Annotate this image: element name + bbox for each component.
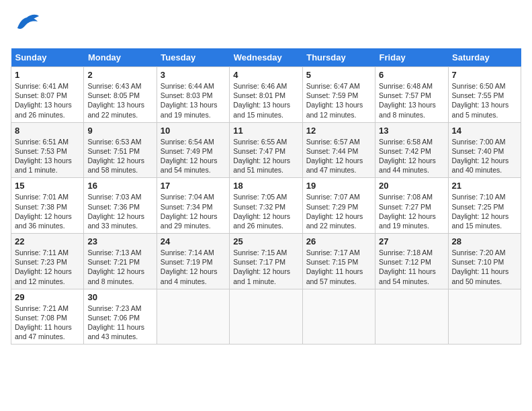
col-header-tuesday: Tuesday xyxy=(157,48,229,67)
day-info: Sunrise: 7:13 AMSunset: 7:21 PMDaylight:… xyxy=(87,248,152,286)
day-info: Sunrise: 7:14 AMSunset: 7:19 PMDaylight:… xyxy=(161,248,226,286)
day-number: 15 xyxy=(15,181,80,191)
logo xyxy=(11,11,43,40)
day-number: 29 xyxy=(15,292,80,302)
day-info: Sunrise: 6:51 AMSunset: 7:53 PMDaylight:… xyxy=(15,137,80,175)
day-cell: 6Sunrise: 6:48 AMSunset: 7:57 PMDaylight… xyxy=(375,67,448,123)
day-number: 13 xyxy=(379,126,444,136)
day-info: Sunrise: 6:58 AMSunset: 7:42 PMDaylight:… xyxy=(379,137,444,175)
day-cell: 8Sunrise: 6:51 AMSunset: 7:53 PMDaylight… xyxy=(11,122,84,178)
day-info: Sunrise: 7:10 AMSunset: 7:25 PMDaylight:… xyxy=(452,192,517,230)
day-number: 23 xyxy=(87,236,152,246)
day-cell: 13Sunrise: 6:58 AMSunset: 7:42 PMDayligh… xyxy=(375,122,448,178)
day-info: Sunrise: 7:03 AMSunset: 7:36 PMDaylight:… xyxy=(87,192,152,230)
day-number: 30 xyxy=(87,292,152,302)
col-header-saturday: Saturday xyxy=(448,48,521,67)
week-row-5: 29Sunrise: 7:21 AMSunset: 7:08 PMDayligh… xyxy=(11,289,521,345)
day-cell: 3Sunrise: 6:44 AMSunset: 8:03 PMDaylight… xyxy=(157,67,229,123)
day-info: Sunrise: 6:53 AMSunset: 7:51 PMDaylight:… xyxy=(87,137,152,175)
day-cell: 27Sunrise: 7:18 AMSunset: 7:12 PMDayligh… xyxy=(375,234,448,289)
day-info: Sunrise: 6:50 AMSunset: 7:55 PMDaylight:… xyxy=(452,81,517,120)
day-cell: 24Sunrise: 7:14 AMSunset: 7:19 PMDayligh… xyxy=(157,234,229,289)
day-number: 17 xyxy=(161,181,226,191)
day-cell xyxy=(448,289,521,345)
col-header-thursday: Thursday xyxy=(302,48,375,67)
day-cell: 21Sunrise: 7:10 AMSunset: 7:25 PMDayligh… xyxy=(448,178,521,234)
day-number: 1 xyxy=(15,70,80,80)
day-cell: 23Sunrise: 7:13 AMSunset: 7:21 PMDayligh… xyxy=(84,234,157,289)
day-number: 10 xyxy=(161,126,226,136)
day-cell: 7Sunrise: 6:50 AMSunset: 7:55 PMDaylight… xyxy=(448,67,521,123)
day-number: 24 xyxy=(161,236,226,246)
day-info: Sunrise: 7:15 AMSunset: 7:17 PMDaylight:… xyxy=(233,248,298,286)
day-number: 16 xyxy=(87,181,152,191)
day-number: 9 xyxy=(87,126,152,136)
calendar-table: SundayMondayTuesdayWednesdayThursdayFrid… xyxy=(11,48,521,345)
day-number: 22 xyxy=(15,236,80,246)
day-cell: 10Sunrise: 6:54 AMSunset: 7:49 PMDayligh… xyxy=(157,122,229,178)
day-info: Sunrise: 6:46 AMSunset: 8:01 PMDaylight:… xyxy=(233,81,298,120)
day-info: Sunrise: 7:21 AMSunset: 7:08 PMDaylight:… xyxy=(15,304,80,342)
day-cell: 18Sunrise: 7:05 AMSunset: 7:32 PMDayligh… xyxy=(230,178,302,234)
day-cell: 11Sunrise: 6:55 AMSunset: 7:47 PMDayligh… xyxy=(230,122,302,178)
day-info: Sunrise: 7:07 AMSunset: 7:29 PMDaylight:… xyxy=(306,192,371,230)
day-cell: 16Sunrise: 7:03 AMSunset: 7:36 PMDayligh… xyxy=(84,178,157,234)
day-info: Sunrise: 7:23 AMSunset: 7:06 PMDaylight:… xyxy=(87,304,152,342)
day-cell: 5Sunrise: 6:47 AMSunset: 7:59 PMDaylight… xyxy=(302,67,375,123)
day-number: 27 xyxy=(379,236,444,246)
day-number: 25 xyxy=(233,236,298,246)
day-info: Sunrise: 7:11 AMSunset: 7:23 PMDaylight:… xyxy=(15,248,80,286)
day-number: 26 xyxy=(306,236,371,246)
day-info: Sunrise: 7:20 AMSunset: 7:10 PMDaylight:… xyxy=(452,248,517,286)
day-info: Sunrise: 6:41 AMSunset: 8:07 PMDaylight:… xyxy=(15,81,80,120)
day-info: Sunrise: 6:55 AMSunset: 7:47 PMDaylight:… xyxy=(233,137,298,175)
day-number: 2 xyxy=(87,70,152,80)
day-number: 4 xyxy=(233,70,298,80)
day-cell: 25Sunrise: 7:15 AMSunset: 7:17 PMDayligh… xyxy=(230,234,302,289)
day-cell: 14Sunrise: 7:00 AMSunset: 7:40 PMDayligh… xyxy=(448,122,521,178)
day-number: 7 xyxy=(452,70,517,80)
day-number: 18 xyxy=(233,181,298,191)
day-cell: 2Sunrise: 6:43 AMSunset: 8:05 PMDaylight… xyxy=(84,67,157,123)
day-info: Sunrise: 6:57 AMSunset: 7:44 PMDaylight:… xyxy=(306,137,371,175)
day-info: Sunrise: 7:00 AMSunset: 7:40 PMDaylight:… xyxy=(452,137,517,175)
day-cell xyxy=(302,289,375,345)
day-cell xyxy=(230,289,302,345)
week-row-1: 1Sunrise: 6:41 AMSunset: 8:07 PMDaylight… xyxy=(11,67,521,123)
day-info: Sunrise: 7:17 AMSunset: 7:15 PMDaylight:… xyxy=(306,248,371,286)
day-cell xyxy=(157,289,229,345)
day-number: 12 xyxy=(306,126,371,136)
day-number: 14 xyxy=(452,126,517,136)
day-number: 6 xyxy=(379,70,444,80)
day-info: Sunrise: 7:18 AMSunset: 7:12 PMDaylight:… xyxy=(379,248,444,286)
day-info: Sunrise: 6:43 AMSunset: 8:05 PMDaylight:… xyxy=(87,81,152,120)
day-number: 11 xyxy=(233,126,298,136)
day-info: Sunrise: 6:54 AMSunset: 7:49 PMDaylight:… xyxy=(161,137,226,175)
day-cell: 22Sunrise: 7:11 AMSunset: 7:23 PMDayligh… xyxy=(11,234,84,289)
col-header-wednesday: Wednesday xyxy=(230,48,302,67)
logo-icon xyxy=(11,11,40,40)
day-info: Sunrise: 7:04 AMSunset: 7:34 PMDaylight:… xyxy=(161,192,226,230)
day-info: Sunrise: 7:08 AMSunset: 7:27 PMDaylight:… xyxy=(379,192,444,230)
day-number: 3 xyxy=(161,70,226,80)
day-number: 5 xyxy=(306,70,371,80)
day-info: Sunrise: 7:01 AMSunset: 7:38 PMDaylight:… xyxy=(15,192,80,230)
week-row-4: 22Sunrise: 7:11 AMSunset: 7:23 PMDayligh… xyxy=(11,234,521,289)
col-header-monday: Monday xyxy=(84,48,157,67)
col-header-sunday: Sunday xyxy=(11,48,84,67)
day-number: 28 xyxy=(452,236,517,246)
day-info: Sunrise: 6:48 AMSunset: 7:57 PMDaylight:… xyxy=(379,81,444,120)
col-header-friday: Friday xyxy=(375,48,448,67)
day-cell: 19Sunrise: 7:07 AMSunset: 7:29 PMDayligh… xyxy=(302,178,375,234)
day-cell: 20Sunrise: 7:08 AMSunset: 7:27 PMDayligh… xyxy=(375,178,448,234)
day-cell xyxy=(375,289,448,345)
day-info: Sunrise: 6:44 AMSunset: 8:03 PMDaylight:… xyxy=(161,81,226,120)
day-number: 20 xyxy=(379,181,444,191)
day-number: 8 xyxy=(15,126,80,136)
day-cell: 4Sunrise: 6:46 AMSunset: 8:01 PMDaylight… xyxy=(230,67,302,123)
day-cell: 12Sunrise: 6:57 AMSunset: 7:44 PMDayligh… xyxy=(302,122,375,178)
calendar-header-row: SundayMondayTuesdayWednesdayThursdayFrid… xyxy=(11,48,521,67)
page-header xyxy=(11,11,521,40)
day-cell: 29Sunrise: 7:21 AMSunset: 7:08 PMDayligh… xyxy=(11,289,84,345)
day-number: 21 xyxy=(452,181,517,191)
